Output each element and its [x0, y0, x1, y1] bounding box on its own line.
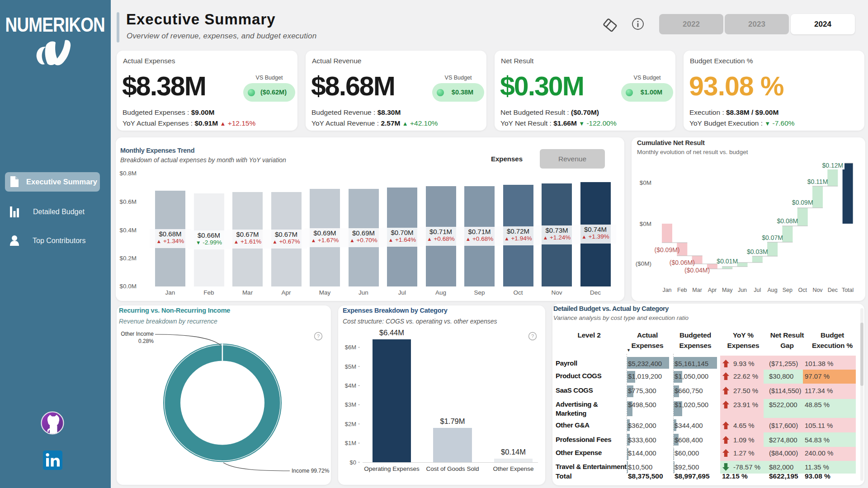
- svg-text:$0.07M: $0.07M: [762, 234, 783, 241]
- svg-text:Income 99.72%: Income 99.72%: [292, 468, 330, 474]
- svg-text:$1M: $1M: [345, 440, 356, 446]
- svg-text:Cost of Goods Sold: Cost of Goods Sold: [426, 465, 479, 472]
- svg-text:$0.11M: $0.11M: [807, 178, 828, 185]
- svg-text:$4M: $4M: [345, 382, 356, 389]
- svg-text:$0M: $0M: [640, 179, 651, 186]
- svg-text:$6M: $6M: [345, 344, 356, 351]
- svg-text:($0.09M): ($0.09M): [654, 246, 679, 253]
- svg-text:$0.08M: $0.08M: [777, 217, 798, 225]
- svg-text:$2M: $2M: [345, 421, 356, 427]
- svg-text:$0.01M: $0.01M: [717, 258, 738, 265]
- svg-text:$5M: $5M: [345, 363, 356, 370]
- svg-text:$3M: $3M: [345, 401, 356, 408]
- svg-text:$0: $0: [350, 459, 356, 466]
- svg-text:($0.04M): ($0.04M): [684, 267, 710, 274]
- svg-text:($0.06M): ($0.06M): [670, 259, 695, 266]
- svg-text:Aug: Aug: [767, 287, 777, 293]
- svg-text:Apr: Apr: [708, 287, 717, 293]
- svg-text:$0.14M: $0.14M: [501, 448, 526, 456]
- svg-text:Other Expense: Other Expense: [493, 465, 533, 472]
- svg-text:$6.44M: $6.44M: [379, 328, 404, 337]
- svg-text:$0M: $0M: [640, 221, 651, 227]
- svg-text:($0M): ($0M): [636, 260, 651, 267]
- svg-text:Total: Total: [842, 287, 854, 293]
- svg-text:?: ?: [317, 333, 320, 339]
- svg-text:Sep: Sep: [783, 287, 793, 293]
- svg-text:Jun: Jun: [738, 287, 747, 293]
- svg-text:May: May: [722, 287, 733, 293]
- svg-text:Jul: Jul: [754, 287, 761, 293]
- svg-text:Nov: Nov: [812, 287, 823, 293]
- svg-text:?: ?: [531, 333, 534, 339]
- svg-text:0.28%: 0.28%: [138, 338, 154, 344]
- svg-text:Operating Expenses: Operating Expenses: [364, 465, 420, 472]
- svg-text:Jan: Jan: [662, 287, 671, 293]
- svg-text:$0.09M: $0.09M: [792, 199, 813, 206]
- svg-text:Mar: Mar: [692, 287, 702, 293]
- svg-text:Feb: Feb: [677, 287, 687, 293]
- svg-text:Oct: Oct: [798, 287, 807, 293]
- svg-text:$1.79M: $1.79M: [440, 417, 465, 425]
- svg-text:Dec: Dec: [828, 287, 838, 293]
- svg-text:Other Income: Other Income: [121, 331, 154, 337]
- svg-text:$0.03M: $0.03M: [747, 248, 768, 255]
- svg-text:$0.12M: $0.12M: [822, 162, 843, 169]
